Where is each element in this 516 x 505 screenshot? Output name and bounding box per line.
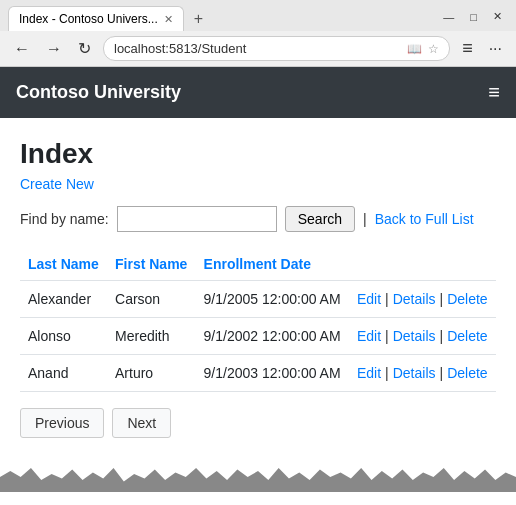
col-first-name[interactable]: First Name: [107, 248, 196, 281]
table-body: AlexanderCarson9/1/2005 12:00:00 AMEdit|…: [20, 281, 496, 392]
cell-enrollment-date: 9/1/2003 12:00:00 AM: [196, 355, 349, 392]
details-link[interactable]: Details: [393, 365, 436, 381]
app-header: Contoso University ≡: [0, 67, 516, 118]
action-separator: |: [385, 291, 389, 307]
browser-chrome: Index - Contoso Univers... ✕ + — □ ✕ ← →…: [0, 0, 516, 67]
active-tab[interactable]: Index - Contoso Univers... ✕: [8, 6, 184, 31]
action-separator: |: [440, 291, 444, 307]
close-window-button[interactable]: ✕: [487, 8, 508, 25]
cell-first-name: Carson: [107, 281, 196, 318]
back-button[interactable]: ←: [10, 38, 34, 60]
table-row: AlonsoMeredith9/1/2002 12:00:00 AMEdit|D…: [20, 318, 496, 355]
action-separator: |: [440, 365, 444, 381]
tab-bar: Index - Contoso Univers... ✕ + — □ ✕: [0, 0, 516, 31]
details-link[interactable]: Details: [393, 328, 436, 344]
page-title: Index: [20, 138, 496, 170]
more-options-button[interactable]: ···: [485, 38, 506, 60]
url-text: localhost:5813/Student: [114, 41, 401, 56]
app-title: Contoso University: [16, 82, 181, 103]
col-last-name[interactable]: Last Name: [20, 248, 107, 281]
cell-enrollment-date: 9/1/2005 12:00:00 AM: [196, 281, 349, 318]
reader-icon: 📖: [407, 42, 422, 56]
address-bar: ← → ↻ localhost:5813/Student 📖 ☆ ≡ ···: [0, 31, 516, 66]
action-separator: |: [385, 365, 389, 381]
forward-button[interactable]: →: [42, 38, 66, 60]
cell-first-name: Meredith: [107, 318, 196, 355]
cell-last-name: Alexander: [20, 281, 107, 318]
table-row: AlexanderCarson9/1/2005 12:00:00 AMEdit|…: [20, 281, 496, 318]
url-bar[interactable]: localhost:5813/Student 📖 ☆: [103, 36, 450, 61]
search-row: Find by name: Search | Back to Full List: [20, 206, 496, 232]
separator: |: [363, 211, 367, 227]
delete-link[interactable]: Delete: [447, 291, 487, 307]
next-button[interactable]: Next: [112, 408, 171, 438]
ragged-bottom-decoration: [0, 462, 516, 492]
cell-enrollment-date: 9/1/2002 12:00:00 AM: [196, 318, 349, 355]
edit-link[interactable]: Edit: [357, 291, 381, 307]
col-enrollment-date[interactable]: Enrollment Date: [196, 248, 349, 281]
table-header: Last Name First Name Enrollment Date: [20, 248, 496, 281]
pagination: Previous Next: [20, 408, 496, 438]
delete-link[interactable]: Delete: [447, 328, 487, 344]
action-separator: |: [385, 328, 389, 344]
cell-actions: Edit|Details|Delete: [349, 318, 496, 355]
cell-first-name: Arturo: [107, 355, 196, 392]
bookmark-icon[interactable]: ☆: [428, 42, 439, 56]
hamburger-menu-button[interactable]: ≡: [488, 81, 500, 104]
edit-link[interactable]: Edit: [357, 365, 381, 381]
students-table: Last Name First Name Enrollment Date Ale…: [20, 248, 496, 392]
action-separator: |: [440, 328, 444, 344]
cell-last-name: Alonso: [20, 318, 107, 355]
search-button[interactable]: Search: [285, 206, 355, 232]
search-input[interactable]: [117, 206, 277, 232]
details-link[interactable]: Details: [393, 291, 436, 307]
cell-actions: Edit|Details|Delete: [349, 281, 496, 318]
find-by-name-label: Find by name:: [20, 211, 109, 227]
browser-menu-button[interactable]: ≡: [458, 36, 477, 61]
back-to-full-list-link[interactable]: Back to Full List: [375, 211, 474, 227]
refresh-button[interactable]: ↻: [74, 37, 95, 60]
table-row: AnandArturo9/1/2003 12:00:00 AMEdit|Deta…: [20, 355, 496, 392]
edit-link[interactable]: Edit: [357, 328, 381, 344]
page-content: Index Create New Find by name: Search | …: [0, 118, 516, 458]
maximize-button[interactable]: □: [464, 9, 483, 25]
tab-close-icon[interactable]: ✕: [164, 13, 173, 26]
delete-link[interactable]: Delete: [447, 365, 487, 381]
previous-button[interactable]: Previous: [20, 408, 104, 438]
minimize-button[interactable]: —: [437, 9, 460, 25]
window-controls: — □ ✕: [437, 8, 508, 29]
create-new-link[interactable]: Create New: [20, 176, 94, 192]
tab-title: Index - Contoso Univers...: [19, 12, 158, 26]
col-actions-header: [349, 248, 496, 281]
new-tab-button[interactable]: +: [188, 8, 209, 30]
cell-last-name: Anand: [20, 355, 107, 392]
cell-actions: Edit|Details|Delete: [349, 355, 496, 392]
